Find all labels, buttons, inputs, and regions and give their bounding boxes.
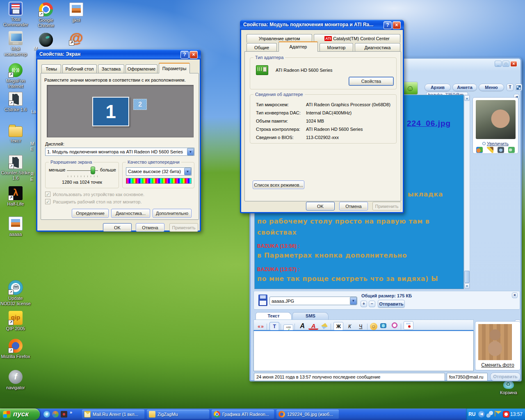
task-129224-jpg[interactable]: 129224_06.jpg (изоб... (276, 410, 339, 419)
highlight-icon[interactable] (320, 322, 329, 330)
desktop-icon-tekst[interactable]: текст (0, 125, 32, 144)
task-zigzagmu[interactable]: ZigZagMu (147, 410, 209, 419)
font-color-icon[interactable]: A (308, 323, 318, 330)
apply-button[interactable]: Применить (372, 202, 401, 210)
menu-button[interactable]: Меню (479, 84, 504, 91)
bold-icon[interactable]: Ж (333, 322, 343, 331)
troubleshoot-button[interactable]: Диагностика... (111, 209, 150, 218)
zoom-photo-link[interactable]: Увеличить (487, 141, 509, 146)
underline-icon[interactable]: Ч (356, 322, 366, 331)
app-icon[interactable] (61, 411, 67, 418)
desktop-icon-webcam-app[interactable] (30, 33, 62, 47)
postcard-icon[interactable] (404, 321, 413, 330)
desktop-icon-qip[interactable]: qip QIP 2005 (0, 311, 32, 331)
resolution-slider-thumb[interactable] (91, 167, 95, 174)
desktop-icon-navigator[interactable]: f navigator (0, 370, 32, 390)
tab-appearance[interactable]: Оформление (126, 64, 158, 73)
contacts-icon[interactable] (476, 147, 483, 153)
desktop-icon-nod32[interactable]: Update NOD32 license (0, 281, 34, 306)
close-icon[interactable]: × (189, 51, 198, 59)
apply-button[interactable]: Применить (169, 223, 198, 232)
help-icon[interactable]: ? (383, 21, 392, 29)
start-button[interactable]: пуск (0, 409, 40, 420)
list-all-modes-button[interactable]: Список всех режимов... (253, 180, 304, 189)
color-quality-select[interactable]: Самое высокое (32 бита) ▼ (126, 167, 192, 176)
mail-envelope-icon[interactable] (495, 411, 495, 416)
ok-button[interactable]: OK (306, 202, 335, 210)
desktop-icon-megafon[interactable]: ((·)) MegaFon Internet (0, 63, 32, 89)
tab-desktop[interactable]: Рабочий стол (62, 64, 97, 73)
language-indicator[interactable]: RU (468, 411, 475, 417)
translit-icon[interactable]: T (507, 84, 514, 91)
send-file-button[interactable]: Отправить (378, 300, 405, 308)
layout-grid-icon[interactable] (515, 84, 522, 91)
monitor-2[interactable]: 2 (133, 99, 147, 110)
own-photo[interactable] (478, 324, 512, 360)
close-icon[interactable]: × (393, 21, 401, 29)
contact-photo[interactable] (476, 100, 516, 139)
tab-settings[interactable]: Параметры (159, 63, 190, 73)
ie-icon[interactable]: e (43, 411, 50, 418)
desktop-icon-half-life[interactable]: λ Half-Life (0, 186, 32, 207)
remove-file-icon[interactable]: − (369, 301, 375, 307)
minimize-icon[interactable]: _ (495, 61, 502, 67)
identify-button[interactable]: Определение (72, 209, 109, 218)
send-message-button[interactable]: Отправить (490, 372, 520, 381)
chevrons-icon[interactable]: » (70, 410, 72, 415)
close-transfer-icon[interactable]: × (512, 292, 518, 298)
desktop-icon-jjkol[interactable]: jjkol (60, 2, 93, 23)
video-camera-icon[interactable] (508, 147, 515, 153)
archive-button[interactable]: Архив (425, 84, 451, 91)
maximize-icon[interactable]: □ (502, 61, 509, 67)
video-message-icon[interactable] (379, 321, 388, 330)
photo-camera-icon[interactable] (498, 147, 504, 153)
cancel-button[interactable]: Отмена (339, 202, 368, 210)
compose-input[interactable] (253, 330, 474, 371)
desktop-icon-counter-strike[interactable]: Counter-Strike 1.6 (0, 155, 34, 181)
tab-sms[interactable]: SMS (292, 312, 329, 320)
chevron-down-icon[interactable]: ▼ (350, 297, 357, 305)
font-icon[interactable]: A (297, 322, 307, 330)
desktop-icon-total-commander[interactable]: Total Commander (0, 2, 32, 27)
tab-adapter[interactable]: Адаптер (278, 41, 318, 52)
tab-screensaver[interactable]: Заставка (98, 64, 124, 73)
close-icon[interactable]: × (510, 61, 517, 67)
file-select[interactable]: aaaaa.JPG ▼ (269, 297, 357, 305)
extend-desktop-checkbox[interactable]: ✓ Расширить рабочий стол на этот монитор… (45, 199, 142, 204)
monitor-1[interactable]: 1 (92, 97, 129, 126)
tab-catalyst[interactable]: ATICatalyst(TM) Control Center (314, 34, 400, 43)
edit-icon[interactable] (487, 147, 493, 153)
help-icon[interactable]: ? (180, 51, 189, 59)
desktop-icon-mailru-agent[interactable]: @ (60, 31, 93, 45)
scroll-down-icon[interactable]: ▼ (464, 283, 470, 289)
opera-icon[interactable] (503, 411, 509, 418)
tab-text[interactable]: Текст (256, 312, 292, 320)
scroll-up-icon[interactable]: ▲ (464, 95, 470, 101)
tab-themes[interactable]: Темы (41, 64, 61, 73)
translit-icon[interactable]: T (269, 322, 279, 331)
quotes-icon[interactable]: « » (256, 322, 265, 331)
desktop-icon-firefox[interactable]: Mozilla Firefox (0, 339, 34, 359)
smiley-icon[interactable]: ☺ (370, 323, 377, 330)
agent-smiley-icon[interactable]: ☺ (402, 82, 418, 95)
ok-button[interactable]: OK (103, 223, 132, 232)
task-ati-graphics[interactable]: Графика ATI Radeon... (212, 410, 274, 419)
primary-device-checkbox[interactable]: ✓ Использовать это устройство как основн… (45, 192, 144, 197)
display-select[interactable]: 1. Модуль подключения монитора на ATI Ra… (45, 148, 194, 156)
adapter-properties-button[interactable]: Свойства (349, 77, 394, 86)
advanced-button[interactable]: Дополнительно (153, 209, 192, 218)
media-player-icon[interactable] (52, 411, 59, 418)
desktop-icon-google-chrome[interactable]: Google Chrome (30, 2, 62, 28)
desktop-icon-cstrike[interactable]: CStrike 1.6 (0, 92, 32, 112)
chevron-down-icon[interactable]: ▼ (184, 168, 191, 175)
desktop-icon-recycle-bin[interactable]: Корзина (495, 381, 522, 395)
profile-button[interactable]: Анкета (452, 84, 477, 91)
chevron-down-icon[interactable]: ▼ (187, 148, 194, 155)
tab-monitor[interactable]: Монитор (320, 43, 353, 52)
change-photo-link[interactable]: Сменить фото (481, 362, 514, 368)
file-link[interactable]: 224_06.jpg (407, 119, 451, 128)
tab-troubleshoot[interactable]: Диагностика (355, 43, 400, 52)
network-icon[interactable] (486, 411, 493, 418)
cancel-button[interactable]: Отмена (136, 223, 164, 232)
chat-scrollbar[interactable]: ▲ ▼ (464, 95, 470, 289)
